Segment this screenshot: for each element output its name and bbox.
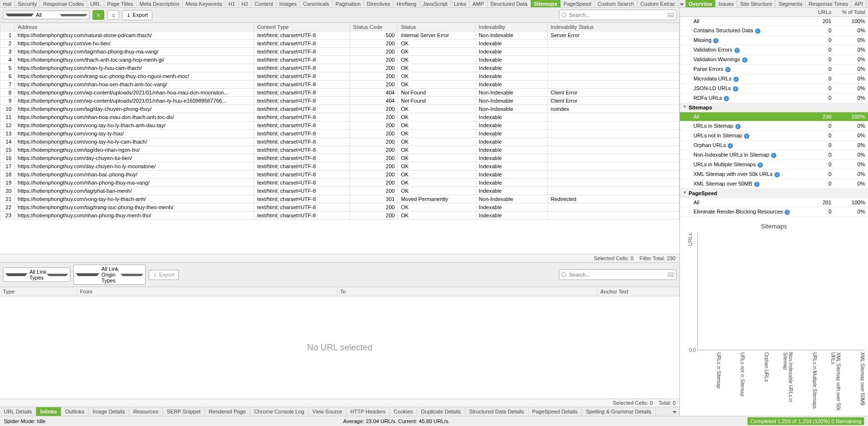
tab-javascript[interactable]: JavaScript [420,0,451,7]
table-row[interactable]: 10https://hotienphongthuy.com/tag/day-ch… [0,105,679,113]
tab-meta-keywords[interactable]: Meta Keywords [183,0,226,7]
col-content-type[interactable]: Content Type [254,23,350,31]
overview-row[interactable]: PageSpeed [680,189,868,198]
col-to[interactable]: To [338,287,598,296]
bottab-structured-data-details[interactable]: Structured Data Details [465,407,529,416]
table-row[interactable]: 3https://hotienphongthuy.com/tag/nhan-ph… [0,48,679,56]
tab-mal[interactable]: mal [0,0,15,7]
tab-pagination[interactable]: Pagination [333,0,364,7]
table-row[interactable]: 5https://hotienphongthuy.com/nhan-ty-huu… [0,64,679,72]
table-row[interactable]: 14https://hotienphongthuy.com/vong-tay-h… [0,138,679,146]
overview-row[interactable]: Microdata URLsi00% [680,74,868,84]
tab-spelling-&-gram[interactable]: Spelling & Gram [867,0,868,7]
tab-structured-data[interactable]: Structured Data [488,0,531,7]
tab-directives[interactable]: Directives [364,0,393,7]
overview-row[interactable]: Sitemaps [680,103,868,112]
col-address[interactable]: Address [14,23,254,31]
col-indexability-status[interactable]: Indexability Status [547,23,679,31]
tab-url[interactable]: URL [87,0,104,7]
table-row[interactable]: 23https://hotienphongthuy.com/nhan-phong… [0,212,679,220]
bottab-spelling-&-grammar-details[interactable]: Spelling & Grammar Details [582,407,656,416]
col-indexability[interactable]: Indexability [475,23,547,31]
overview-row[interactable]: URLs in Sitemapi00% [680,121,868,131]
bottab-cookies[interactable]: Cookies [390,407,418,416]
tab-h2[interactable]: H2 [239,0,252,7]
tab-sitemaps[interactable]: Sitemaps [531,0,561,7]
tab-segments[interactable]: Segments [775,0,806,7]
bottab-chrome-console-log[interactable]: Chrome Console Log [250,407,309,416]
table-row[interactable]: 17https://hotienphongthuy.com/day-chuyen… [0,162,679,171]
table-row[interactable]: 16https://hotienphongthuy.com/day-chuyen… [0,154,679,162]
bottab-rendered-page[interactable]: Rendered Page [205,407,250,416]
overview-row[interactable]: All230100% [680,112,868,121]
bottab-pagespeed-details[interactable]: PageSpeed Details [529,407,582,416]
tab-amp[interactable]: AMP [470,0,488,7]
table-row[interactable]: 2https://hotienphongthuy.com/ve-ho-tien/… [0,40,679,48]
search-settings-icon[interactable] [667,273,674,277]
tab-issues[interactable]: Issues [716,0,737,7]
overview-row[interactable]: All201100% [680,198,868,207]
table-row[interactable]: 7https://hotienphongthuy.com/nhan-hoa-se… [0,80,679,89]
overview-row[interactable]: XML Sitemap over 50MBi00% [680,179,868,189]
bottab-inlinks[interactable]: Inlinks [36,407,61,416]
tab-custom-search[interactable]: Custom Search [595,0,637,7]
col-type[interactable]: Type [0,287,77,296]
overview-row[interactable]: Validation Errorsi00% [680,45,868,55]
col-rownum[interactable] [0,23,15,31]
search-settings-icon[interactable] [667,13,674,17]
col-anchor[interactable]: Anchor Text [597,287,679,296]
overview-row[interactable]: Parse Errorsi00% [680,65,868,74]
col-from[interactable]: From [77,287,338,296]
link-types-dropdown[interactable]: All Link Types [3,267,70,282]
overview-row[interactable]: JSON-LD URLsi00% [680,84,868,93]
table-row[interactable]: 8https://hotienphongthuy.com/wp-content/… [0,89,679,97]
bottab-http-headers[interactable]: HTTP Headers [346,407,390,416]
overview-row[interactable]: RDFa URLsi00% [680,93,868,103]
tab-security[interactable]: Security [15,0,41,7]
overview-list[interactable]: All201100%Contains Structured Datai00%Mi… [680,17,868,217]
bottom-tab-overflow[interactable] [670,407,679,416]
link-origin-dropdown[interactable]: All Link Origin Types [73,265,146,285]
col-status-code[interactable]: Status Code [350,23,398,31]
bottab-serp-snippet[interactable]: SERP Snippet [163,407,205,416]
table-row[interactable]: 12https://hotienphongthuy.com/vong-tay-h… [0,121,679,130]
col-status[interactable]: Status [398,23,475,31]
bottab-view-source[interactable]: View Source [309,407,347,416]
tab-response-times[interactable]: Response Times [806,0,852,7]
overview-row[interactable]: XML Sitemap with over 50k URLsi00% [680,170,868,179]
top-tab-overflow[interactable] [678,0,686,7]
bottab-duplicate-details[interactable]: Duplicate Details [417,407,465,416]
overview-row[interactable]: Missingi00% [680,36,868,45]
bottab-url-details[interactable]: URL Details [0,407,36,416]
inlinks-search-wrap[interactable] [559,269,677,280]
table-row[interactable]: 1https://hotienphongthuy.com/natural-sto… [0,31,679,40]
export-button[interactable]: ⤓Export [122,10,152,20]
tab-canonicals[interactable]: Canonicals [300,0,332,7]
table-row[interactable]: 20https://hotienphongthuy.com/tag/phat-b… [0,187,679,195]
bottab-outlinks[interactable]: Outlinks [61,407,89,416]
tab-site-structure[interactable]: Site Structure [737,0,776,7]
table-row[interactable]: 4https://hotienphongthuy.com/thach-anh-t… [0,56,679,64]
overview-row[interactable]: All201100% [680,17,868,26]
overview-row[interactable]: URLs in Multiple Sitemapsi00% [680,160,868,170]
bottab-resources[interactable]: Resources [129,407,163,416]
tab-content[interactable]: Content [252,0,277,7]
tab-api[interactable]: API [852,0,867,7]
overview-row[interactable]: Validation Warningsi00% [680,55,868,65]
table-row[interactable]: 19https://hotienphongthuy.com/nhan-phong… [0,179,679,187]
tab-h1[interactable]: H1 [226,0,239,7]
table-row[interactable]: 13https://hotienphongthuy.com/vong-tay-t… [0,130,679,138]
tab-response-codes[interactable]: Response Codes [40,0,87,7]
main-grid[interactable]: AddressContent TypeStatus CodeStatusInde… [0,23,679,254]
tab-links[interactable]: Links [451,0,470,7]
tab-hreflang[interactable]: Hreflang [393,0,420,7]
table-row[interactable]: 6https://hotienphongthuy.com/trang-suc-p… [0,72,679,80]
overview-row[interactable]: Non-Indexable URLs in Sitemapi00% [680,150,868,160]
table-row[interactable]: 22https://hotienphongthuy.com/tag/trang-… [0,203,679,212]
tab-images[interactable]: Images [276,0,300,7]
tab-pagespeed[interactable]: PageSpeed [561,0,595,7]
inlinks-search-input[interactable] [568,271,665,279]
search-input[interactable] [568,11,665,19]
tab-custom-extrac[interactable]: Custom Extrac [637,0,678,7]
table-row[interactable]: 9https://hotienphongthuy.com/wp-content/… [0,97,679,105]
